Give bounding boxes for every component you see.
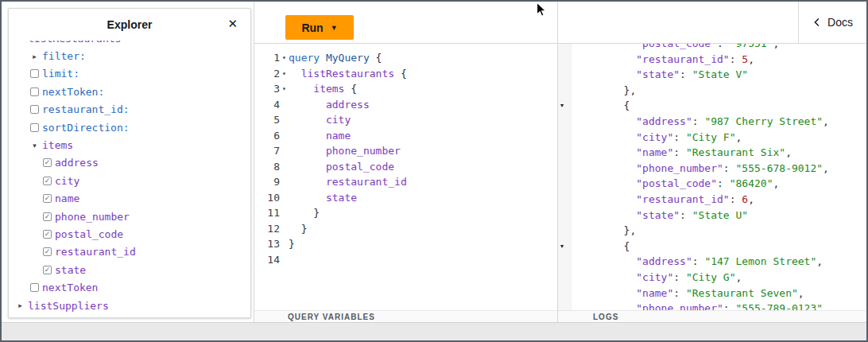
- tree-item-filter[interactable]: ▸filter:: [9, 47, 250, 64]
- editor-code-line[interactable]: 12 }: [254, 221, 557, 237]
- chevron-left-icon: [812, 17, 822, 28]
- result-code-line: "phone_number": "555-678-9012",: [558, 161, 866, 177]
- editor-code-line[interactable]: 7 phone_number: [254, 143, 557, 159]
- editor-code-line[interactable]: 11 }: [254, 205, 557, 221]
- code-token: ,: [773, 44, 779, 49]
- fold-caret-icon[interactable]: ▾: [280, 66, 289, 82]
- toggle-glyph: ▸: [18, 301, 22, 309]
- editor-code-line[interactable]: 6 name: [254, 128, 557, 144]
- checkbox-unchecked-icon[interactable]: [29, 87, 40, 96]
- tree-item-limit[interactable]: limit:: [9, 65, 250, 83]
- code-token: :: [680, 209, 692, 221]
- checkbox-unchecked-icon[interactable]: [29, 123, 40, 132]
- code-line-text: "state": "State U": [558, 208, 748, 223]
- code-line-text: city: [289, 112, 351, 128]
- code-token: 6: [742, 193, 748, 205]
- editor-code-line[interactable]: 3▾ items {: [254, 81, 557, 97]
- editor-code-line[interactable]: 1▾query MyQuery {: [254, 50, 557, 66]
- code-token: :: [723, 162, 736, 174]
- explorer-card: Explorer ✕ ▾listRestaurants▸filter:limit…: [8, 8, 251, 318]
- chevron-right-icon[interactable]: ▸: [15, 301, 25, 309]
- tree-item-city[interactable]: ✓city: [9, 172, 250, 189]
- explorer-tree[interactable]: ▾listRestaurants▸filter:limit:nextToken:…: [9, 41, 250, 317]
- checkbox-box: [30, 87, 39, 96]
- query-variables-bar[interactable]: QUERY VARIABLES: [254, 310, 557, 322]
- code-token: "147 Lemon Street": [704, 255, 816, 267]
- code-line-text: name: [289, 128, 351, 144]
- code-token: [574, 287, 636, 299]
- checkbox-box: [30, 105, 39, 114]
- code-token: },: [574, 224, 636, 236]
- chevron-right-icon[interactable]: ▸: [29, 52, 40, 60]
- tree-item-state[interactable]: ✓state: [9, 261, 250, 278]
- docs-button[interactable]: Docs: [798, 2, 866, 43]
- editor-code-line[interactable]: 13}: [254, 236, 557, 252]
- tree-item-restaurant_id[interactable]: restaurant_id:: [9, 101, 250, 119]
- checkbox-checked-icon[interactable]: ✓: [42, 247, 52, 256]
- code-line-text: "postal_code": "97551",: [558, 44, 779, 52]
- checkbox-unchecked-icon[interactable]: [29, 69, 40, 78]
- checkbox-checked-icon[interactable]: ✓: [42, 212, 52, 221]
- line-number: 13: [254, 236, 280, 252]
- chevron-down-icon[interactable]: ▾: [29, 142, 40, 150]
- chevron-down-icon[interactable]: ▾: [15, 41, 25, 42]
- editor-code-line[interactable]: 2▾ listRestaurants {: [254, 66, 557, 82]
- checkbox-box: ✓: [43, 177, 52, 185]
- editor-code-line[interactable]: 9 restaurant_id: [254, 174, 557, 190]
- tree-item-items[interactable]: ▾items: [9, 136, 250, 154]
- checkbox-checked-icon[interactable]: ✓: [42, 266, 52, 274]
- tree-item-address[interactable]: ✓address: [9, 154, 250, 172]
- fold-caret-icon[interactable]: ▾: [560, 102, 564, 109]
- code-token: listRestaurants: [301, 68, 394, 80]
- tree-item-postal_code[interactable]: ✓postal_code: [9, 225, 250, 243]
- checkbox-box: ✓: [43, 247, 52, 256]
- checkbox-unchecked-icon[interactable]: [29, 283, 40, 292]
- code-token: [574, 68, 636, 80]
- code-token: "Restaurant Seven": [686, 287, 798, 299]
- tree-item-phone_number[interactable]: ✓phone_number: [9, 208, 250, 225]
- query-editor[interactable]: 1▾query MyQuery {2▾ listRestaurants {3▾ …: [254, 44, 557, 310]
- code-line-text: "phone_number": "555-789-0123",: [558, 301, 829, 310]
- tree-item-listRestaurants[interactable]: ▾listRestaurants: [9, 41, 250, 47]
- checkbox-unchecked-icon[interactable]: [29, 105, 40, 114]
- code-token: "phone_number": [636, 162, 723, 174]
- checkbox-checked-icon[interactable]: ✓: [42, 177, 52, 185]
- line-number: 11: [254, 205, 280, 221]
- editor-code-line[interactable]: 14: [254, 252, 557, 268]
- tree-item-name[interactable]: ✓name: [9, 190, 250, 208]
- tree-item-nextToken[interactable]: nextToken:: [9, 83, 250, 100]
- result-code-line: "postal_code": "97551",: [558, 44, 866, 52]
- logs-bar[interactable]: LOGS: [558, 310, 866, 322]
- code-token: "city": [636, 271, 673, 283]
- editor-code-line[interactable]: 4 address: [254, 97, 557, 113]
- fold-caret-icon[interactable]: ▾: [560, 243, 564, 250]
- code-token: ,: [736, 271, 742, 283]
- code-token: ,: [773, 177, 779, 189]
- checkbox-checked-icon[interactable]: ✓: [42, 158, 52, 167]
- code-token: {: [394, 68, 407, 80]
- fold-caret-icon[interactable]: ▾: [280, 81, 289, 97]
- tree-item-listSuppliers[interactable]: ▸listSuppliers: [9, 297, 250, 314]
- run-button[interactable]: Run ▼: [285, 15, 354, 40]
- fold-caret-empty: [280, 128, 289, 144]
- result-code-line: "state": "State U": [558, 208, 866, 223]
- close-icon[interactable]: ✕: [227, 17, 238, 29]
- code-token: [289, 192, 326, 204]
- editor-code-line[interactable]: 5 city: [254, 112, 557, 128]
- code-token: {: [344, 83, 357, 95]
- tree-item-restaurant_id[interactable]: ✓restaurant_id: [9, 243, 250, 261]
- checkbox-checked-icon[interactable]: ✓: [42, 194, 52, 203]
- code-token: ,: [823, 115, 829, 127]
- result-code-line: "name": "Restaurant Seven",: [558, 286, 866, 301]
- editor-code-line[interactable]: 8 postal_code: [254, 159, 557, 175]
- tree-item-sortDirection[interactable]: sortDirection:: [9, 119, 250, 136]
- line-number: 5: [254, 112, 280, 128]
- code-token: :: [692, 255, 705, 267]
- line-number: 12: [254, 221, 280, 237]
- code-token: "Restaurant Six": [686, 146, 785, 158]
- checkbox-checked-icon[interactable]: ✓: [42, 230, 52, 239]
- run-button-label: Run: [301, 21, 323, 34]
- tree-item-nextToken[interactable]: nextToken: [9, 278, 250, 296]
- editor-code-line[interactable]: 10 state: [254, 190, 557, 206]
- fold-caret-icon[interactable]: ▾: [280, 50, 289, 66]
